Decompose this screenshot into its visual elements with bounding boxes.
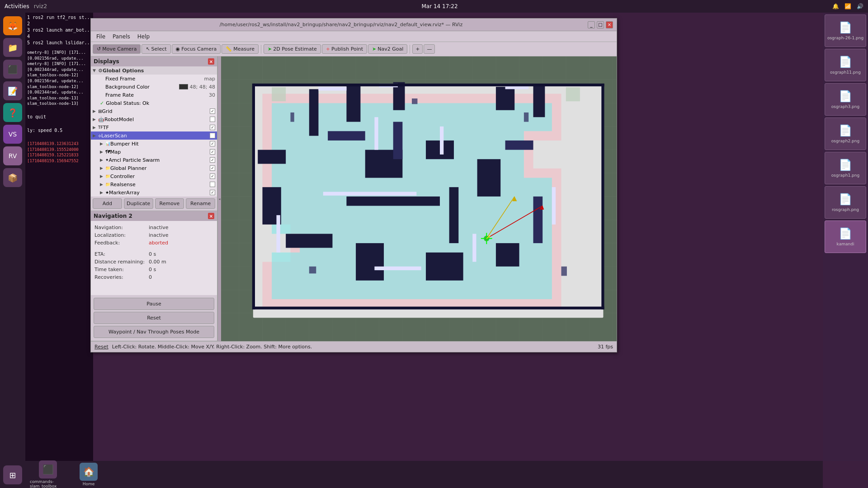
reset-button[interactable]: Reset (94, 312, 214, 324)
ma-checkbox[interactable]: ✓ (210, 190, 215, 195)
rviz-toolbar: ↺ Move Camera ↖ Select ◉ Focus Camera 📏 … (91, 42, 617, 56)
toolbar-minus[interactable]: — (424, 44, 435, 54)
terminal-log-3: ometry-8] [INFO] [171... (27, 61, 91, 67)
status-reset[interactable]: Reset (94, 344, 108, 350)
thumbnail-osgraph11[interactable]: 📄 osgraph11.png (825, 49, 866, 81)
thumbnail-file-icon-1: 📄 (839, 21, 852, 34)
thumbnail-osgraph3[interactable]: 📄 osgraph3.png (825, 83, 866, 116)
remove-button[interactable]: Remove (155, 198, 184, 209)
tree-global-planner[interactable]: ▶ 📁 Global Planner ✓ (91, 164, 217, 172)
thumbnail-osgraph2[interactable]: 📄 osgraph2.png (825, 117, 866, 150)
thumbnail-osgraph-26[interactable]: 📄 osgraph-26-1.png (825, 14, 866, 47)
thumbnail-kamandi[interactable]: 📄 kamandi (825, 221, 866, 253)
bumper-label: Bumper Hit (110, 141, 208, 147)
tree-map[interactable]: ▶ 🗺 Map ✓ (91, 148, 217, 156)
thumbnail-label-6: rosgraph.png (832, 207, 859, 212)
taskbar-vscode[interactable]: VS (3, 125, 22, 144)
taskbar-rviz[interactable]: RV (3, 146, 22, 165)
menu-panels[interactable]: Panels (109, 33, 134, 41)
add-button[interactable]: Add (93, 198, 122, 209)
robot-model-checkbox[interactable] (210, 117, 215, 122)
pose-icon: ➤ (268, 46, 272, 52)
tree-frame-rate[interactable]: Frame Rate 30 (91, 91, 217, 99)
map-icon: 🗺 (105, 149, 110, 155)
svg-rect-53 (374, 117, 378, 150)
toolbar-sep-1 (261, 45, 261, 54)
map-viewport[interactable] (221, 56, 617, 341)
tree-bumper-hit[interactable]: ▶ 📊 Bumper Hit ✓ (91, 140, 217, 148)
taskbar-firefox[interactable]: 🦊 (3, 16, 22, 35)
global-options-label: Global Options (103, 68, 215, 74)
nav2-close-button[interactable]: × (208, 213, 214, 219)
slam-label: commands-slam_toolbox (30, 479, 66, 488)
svg-rect-73 (272, 87, 286, 101)
tree-bg-color[interactable]: Background Color 48; 48; 48 (91, 83, 217, 91)
taskbar-bottom-slam[interactable]: ⬛ commands-slam_toolbox (30, 460, 66, 488)
terminal-line-3: 3 ros2 launch amr_bot... (27, 27, 91, 33)
maximize-button[interactable]: □ (597, 21, 604, 28)
rviz-title-text: /home/user/ros2_ws/install/nav2_bringup/… (94, 22, 588, 28)
amcl-checkbox[interactable]: ✓ (210, 157, 215, 163)
tree-global-status[interactable]: ✓ Global Status: Ok (91, 99, 217, 107)
toolbar-add[interactable]: + (412, 44, 423, 54)
tree-robot-model[interactable]: ▶ 🤖 RobotModel (91, 115, 217, 123)
terminal-panel: 1 ros2 run tf2_ros st... 2 3 ros2 launch… (25, 13, 93, 488)
rename-button[interactable]: Rename (186, 198, 215, 209)
tree-tf[interactable]: ▶ TF TF ✓ (91, 123, 217, 131)
nav-recoveries-row: Recoveries: 0 (94, 274, 213, 280)
toolbar-publish-point[interactable]: + Publish Point (322, 44, 367, 54)
gp-checkbox[interactable]: ✓ (210, 165, 215, 171)
taskbar-files[interactable]: 📁 (3, 38, 22, 57)
taskbar-bottom-home[interactable]: 🏠 Home (71, 463, 107, 486)
terminal-log-2: [0.002156rad, update... (27, 56, 91, 61)
duplicate-button[interactable]: Duplicate (124, 198, 153, 209)
grid-checkbox[interactable]: ✓ (210, 108, 215, 114)
menu-file[interactable]: File (93, 33, 109, 41)
laser-scan-checkbox[interactable] (210, 133, 215, 138)
bg-color-swatch[interactable] (179, 84, 188, 89)
taskbar-apps-grid[interactable]: ⊞ (3, 465, 22, 484)
tree-controller[interactable]: ▶ 📁 Controller ✓ (91, 172, 217, 180)
waypoint-button[interactable]: Waypoint / Nav Through Poses Mode (94, 326, 214, 338)
tree-global-options[interactable]: ▼ ⚙ Global Options (91, 66, 217, 75)
pause-button[interactable]: Pause (94, 298, 214, 310)
thumbnail-rosgraph[interactable]: 📄 rosgraph.png (825, 186, 866, 219)
displays-close-button[interactable]: × (208, 58, 214, 65)
toolbar-measure[interactable]: 📏 Measure (222, 44, 259, 54)
svg-rect-42 (286, 234, 332, 248)
display-tree[interactable]: ▼ ⚙ Global Options Fixed Frame map (91, 66, 217, 197)
svg-rect-43 (356, 243, 384, 281)
ctrl-checkbox[interactable]: ✓ (210, 174, 215, 179)
taskbar-help[interactable]: ❓ (3, 103, 22, 122)
tree-grid[interactable]: ▶ ⊞ Grid ✓ (91, 107, 217, 115)
activities-btn[interactable]: Activities (5, 3, 29, 9)
svg-rect-79 (561, 267, 567, 276)
toolbar-pose-estimate[interactable]: ➤ 2D Pose Estimate (264, 44, 321, 54)
taskbar-terminal[interactable]: ⬛ (3, 60, 22, 79)
bumper-checkbox[interactable]: ✓ (210, 141, 215, 146)
close-button[interactable]: × (606, 21, 613, 28)
toolbar-move-camera[interactable]: ↺ Move Camera (93, 44, 141, 54)
tree-amcl[interactable]: ▶ ✦ Amcl Particle Swarm ✓ (91, 156, 217, 164)
rs-checkbox[interactable] (210, 182, 215, 187)
tree-realsense[interactable]: ▶ 📁 Realsense (91, 180, 217, 188)
menu-help[interactable]: Help (134, 33, 153, 41)
toolbar-focus-camera[interactable]: ◉ Focus Camera (172, 44, 221, 54)
rviz-window: /home/user/ros2_ws/install/nav2_bringup/… (90, 18, 617, 352)
taskbar-text-editor[interactable]: 📝 (3, 81, 22, 100)
map-checkbox[interactable]: ✓ (210, 149, 215, 155)
bumper-icon: 📊 (105, 141, 110, 146)
terminal-log-8: [0.002344rad, update... (27, 89, 91, 95)
toolbar-nav2-goal[interactable]: ➤ Nav2 Goal (368, 44, 407, 54)
tree-laser-scan[interactable]: ▶ ⟡ LaserScan (91, 131, 217, 140)
svg-rect-40 (346, 197, 440, 206)
toolbar-select[interactable]: ↖ Select (142, 44, 170, 54)
rviz-titlebar: /home/user/ros2_ws/install/nav2_bringup/… (91, 19, 617, 31)
tree-fixed-frame[interactable]: Fixed Frame map (91, 75, 217, 83)
thumbnail-osgraph1[interactable]: 📄 osgraph1.png (825, 152, 866, 184)
tree-marker-array[interactable]: ▶ ★ MarkerArray ✓ (91, 188, 217, 197)
taskbar-app-manager[interactable]: 📦 (3, 168, 22, 187)
panel-collapse-handle[interactable]: ◂ (217, 56, 221, 341)
tf-checkbox[interactable]: ✓ (210, 125, 215, 130)
minimize-button[interactable]: _ (588, 21, 595, 28)
